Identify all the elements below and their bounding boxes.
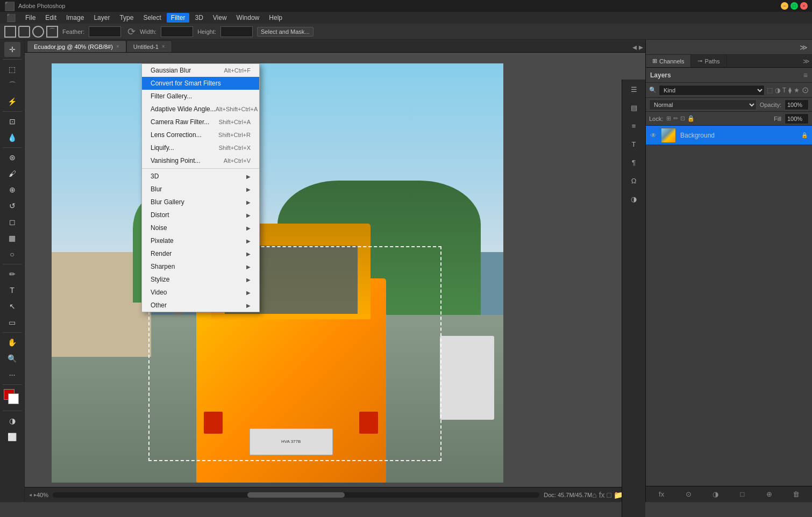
menu-vanishing-point[interactable]: Vanishing Point... Alt+Ctrl+V (142, 154, 259, 167)
menu-distort-submenu[interactable]: Distort ▶ (142, 209, 259, 221)
tab-untitled-close[interactable]: × (162, 44, 165, 49)
background-color[interactable] (8, 393, 19, 404)
menu-layer[interactable]: Layer (89, 13, 114, 23)
glyphs-panel-icon[interactable]: Ω (625, 173, 643, 188)
lock-all-icon[interactable]: 🔒 (687, 115, 695, 122)
channels-tab[interactable]: ⊞ Channels (646, 55, 691, 67)
horizontal-scrollbar[interactable] (53, 492, 539, 498)
marquee-tool[interactable]: ⬚ (4, 62, 20, 77)
menu-type[interactable]: Type (115, 13, 138, 23)
menu-convert-smart-filters[interactable]: Convert for Smart Filters (142, 77, 259, 90)
menu-help[interactable]: Help (265, 13, 287, 23)
width-input[interactable] (161, 26, 193, 37)
menu-camera-raw[interactable]: Camera Raw Filter... Shift+Ctrl+A (142, 116, 259, 128)
quick-mask-tool[interactable]: ◑ (4, 413, 20, 428)
pen-tool[interactable]: ✏ (4, 267, 20, 282)
tab-scroll-right[interactable]: ▸ (639, 42, 643, 52)
move-tool[interactable]: ✛ (4, 42, 20, 57)
screen-mode[interactable]: ⬜ (4, 429, 20, 444)
menu-3d[interactable]: 3D (190, 13, 207, 23)
lasso-tool[interactable]: ⌒ (4, 78, 20, 93)
menu-view[interactable]: View (209, 13, 231, 23)
menu-gaussian-blur[interactable]: Gaussian Blur Alt+Ctrl+F (142, 64, 259, 77)
type-panel-icon[interactable]: T (625, 137, 643, 152)
menu-blur-submenu[interactable]: Blur ▶ (142, 183, 259, 196)
paths-tab[interactable]: ⊸ Paths (691, 55, 726, 67)
menu-ps[interactable]: ⬛ (2, 13, 20, 23)
filter-pixel-icon[interactable]: ⬚ (767, 87, 773, 94)
gradient-tool[interactable]: ▦ (4, 231, 20, 246)
menu-filter-gallery[interactable]: Filter Gallery... (142, 90, 259, 103)
height-input[interactable] (220, 26, 253, 37)
scroll-thumb[interactable] (247, 492, 345, 498)
hand-tool[interactable]: ✋ (4, 335, 20, 350)
channels-panel-icon[interactable]: ≡ (625, 118, 643, 133)
tab-ecuador[interactable]: Ecuador.jpg @ 40% (RGB/8#) × (27, 40, 126, 52)
paragraph-panel-icon[interactable]: ¶ (625, 155, 643, 170)
menu-filter[interactable]: Filter (167, 13, 190, 23)
text-tool[interactable]: T (4, 283, 20, 298)
filter-shape-icon[interactable]: ⧫ (788, 87, 792, 94)
menu-sharpen-submenu[interactable]: Sharpen ▶ (142, 260, 259, 273)
scroll-left-arrow[interactable]: ◂ (29, 492, 32, 498)
refresh-icon[interactable]: ⟳ (127, 26, 136, 38)
menu-other-submenu[interactable]: Other ▶ (142, 299, 259, 312)
layer-delete-button[interactable]: 🗑 (790, 489, 802, 500)
tab-untitled[interactable]: Untitled-1 × (126, 40, 172, 52)
menu-edit[interactable]: Edit (41, 13, 61, 23)
shape-tool[interactable]: ▭ (4, 315, 20, 330)
zoom-tool[interactable]: 🔍 (4, 351, 20, 366)
lock-transparent-icon[interactable]: ⊞ (666, 115, 671, 122)
select-mask-button[interactable]: Select and Mask... (257, 27, 314, 37)
path-select-tool[interactable]: ↖ (4, 299, 20, 314)
menu-image[interactable]: Image (62, 13, 88, 23)
menu-video-submenu[interactable]: Video ▶ (142, 286, 259, 299)
color-swatches[interactable] (4, 389, 21, 406)
spot-heal-tool[interactable]: ⊛ (4, 150, 20, 165)
eraser-tool[interactable]: ◻ (4, 214, 20, 229)
new-layer-footer-icon[interactable]: □ (607, 491, 611, 499)
photo-canvas[interactable]: HVA 377B (52, 63, 503, 483)
blend-mode-select[interactable]: Normal (649, 99, 757, 110)
brush-tool[interactable]: 🖌 (4, 166, 20, 181)
layer-visibility-icon[interactable]: 👁 (650, 132, 657, 139)
menu-select[interactable]: Select (139, 13, 165, 23)
tool-shape-lasso[interactable]: ⌒ (46, 26, 58, 38)
properties-panel-icon[interactable]: ☰ (625, 82, 643, 97)
menu-lens-correction[interactable]: Lens Correction... Shift+Ctrl+R (142, 128, 259, 141)
tool-shape-ellipse[interactable] (32, 26, 44, 38)
filter-smart-icon[interactable]: ★ (794, 87, 800, 94)
eyedropper-tool[interactable]: 💧 (4, 130, 20, 145)
tab-scroll-left[interactable]: ◂ (632, 42, 637, 52)
menu-stylize-submenu[interactable]: Stylize ▶ (142, 273, 259, 286)
collapse-panel-btn[interactable]: ≫ (797, 42, 810, 53)
dodge-tool[interactable]: ○ (4, 247, 20, 262)
layer-item-background[interactable]: 👁 Background 🔒 (646, 126, 812, 145)
tool-shape-rounded[interactable] (18, 26, 30, 38)
layer-adjustment-button[interactable]: ◑ (709, 489, 721, 500)
menu-render-submenu[interactable]: Render ▶ (142, 247, 259, 260)
minimize-button[interactable]: − (781, 2, 788, 10)
filter-toggle-icon[interactable]: ⊙ (802, 85, 809, 95)
menu-file[interactable]: File (21, 13, 40, 23)
menu-adaptive-wide[interactable]: Adaptive Wide Angle... Alt+Shift+Ctrl+A (142, 103, 259, 116)
more-tools[interactable]: ··· (4, 367, 20, 382)
crop-tool[interactable]: ⊡ (4, 114, 20, 129)
tab-ecuador-close[interactable]: × (116, 44, 119, 49)
layer-fx-button[interactable]: fx (656, 489, 667, 500)
feather-input[interactable] (89, 26, 121, 37)
layer-new-button[interactable]: ⊕ (764, 489, 775, 500)
maximize-button[interactable]: □ (790, 2, 798, 10)
filter-type-icon[interactable]: T (782, 87, 786, 94)
menu-noise-submenu[interactable]: Noise ▶ (142, 221, 259, 234)
magic-wand-tool[interactable]: ⚡ (4, 94, 20, 109)
fill-input[interactable] (785, 113, 809, 124)
menu-3d-submenu[interactable]: 3D ▶ (142, 170, 259, 183)
lock-image-icon[interactable]: ✏ (673, 115, 678, 122)
layers-panel-icon[interactable]: ▤ (625, 100, 643, 115)
opacity-input[interactable] (785, 99, 809, 110)
lock-artboard-icon[interactable]: ⊡ (680, 115, 685, 122)
loop-icon[interactable]: ⌂ (592, 491, 596, 499)
history-brush-tool[interactable]: ↺ (4, 198, 20, 213)
layers-panel-menu-btn[interactable]: ≡ (803, 71, 808, 80)
